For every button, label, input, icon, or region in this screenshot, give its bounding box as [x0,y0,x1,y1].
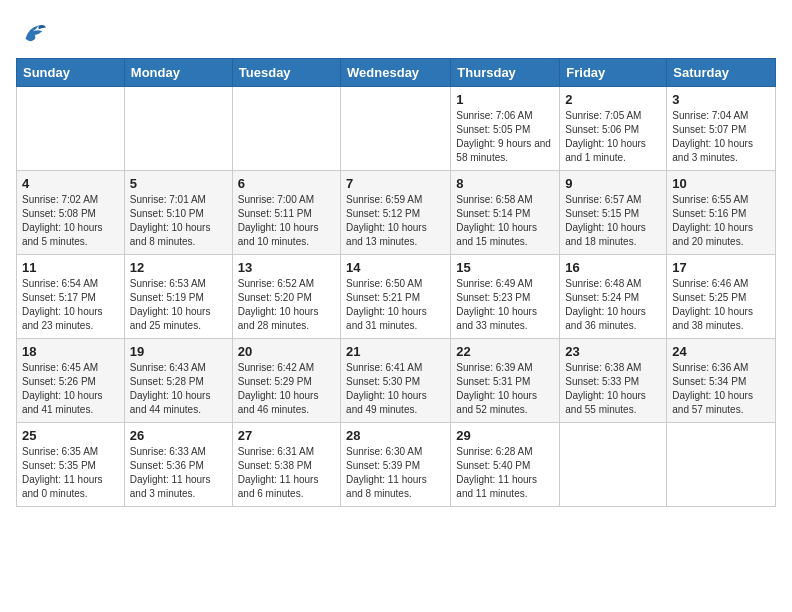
calendar-cell: 21Sunrise: 6:41 AM Sunset: 5:30 PM Dayli… [341,339,451,423]
day-number: 2 [565,92,661,107]
day-info: Sunrise: 7:01 AM Sunset: 5:10 PM Dayligh… [130,193,227,249]
day-info: Sunrise: 6:59 AM Sunset: 5:12 PM Dayligh… [346,193,445,249]
header-sunday: Sunday [17,59,125,87]
day-info: Sunrise: 6:39 AM Sunset: 5:31 PM Dayligh… [456,361,554,417]
day-number: 11 [22,260,119,275]
day-number: 18 [22,344,119,359]
calendar-cell: 23Sunrise: 6:38 AM Sunset: 5:33 PM Dayli… [560,339,667,423]
calendar-cell: 17Sunrise: 6:46 AM Sunset: 5:25 PM Dayli… [667,255,776,339]
calendar-cell: 10Sunrise: 6:55 AM Sunset: 5:16 PM Dayli… [667,171,776,255]
day-number: 12 [130,260,227,275]
day-info: Sunrise: 7:04 AM Sunset: 5:07 PM Dayligh… [672,109,770,165]
day-info: Sunrise: 6:53 AM Sunset: 5:19 PM Dayligh… [130,277,227,333]
calendar-cell: 6Sunrise: 7:00 AM Sunset: 5:11 PM Daylig… [232,171,340,255]
header-wednesday: Wednesday [341,59,451,87]
calendar-cell: 11Sunrise: 6:54 AM Sunset: 5:17 PM Dayli… [17,255,125,339]
calendar-header-row: SundayMondayTuesdayWednesdayThursdayFrid… [17,59,776,87]
calendar-cell: 27Sunrise: 6:31 AM Sunset: 5:38 PM Dayli… [232,423,340,507]
logo-bird-icon [18,20,46,48]
day-info: Sunrise: 6:57 AM Sunset: 5:15 PM Dayligh… [565,193,661,249]
day-info: Sunrise: 6:48 AM Sunset: 5:24 PM Dayligh… [565,277,661,333]
day-info: Sunrise: 7:00 AM Sunset: 5:11 PM Dayligh… [238,193,335,249]
day-number: 6 [238,176,335,191]
calendar-cell: 9Sunrise: 6:57 AM Sunset: 5:15 PM Daylig… [560,171,667,255]
day-info: Sunrise: 6:38 AM Sunset: 5:33 PM Dayligh… [565,361,661,417]
calendar-cell: 18Sunrise: 6:45 AM Sunset: 5:26 PM Dayli… [17,339,125,423]
day-number: 23 [565,344,661,359]
day-number: 19 [130,344,227,359]
calendar-cell: 29Sunrise: 6:28 AM Sunset: 5:40 PM Dayli… [451,423,560,507]
day-number: 25 [22,428,119,443]
calendar-cell: 8Sunrise: 6:58 AM Sunset: 5:14 PM Daylig… [451,171,560,255]
calendar-cell [667,423,776,507]
header-tuesday: Tuesday [232,59,340,87]
calendar-cell [124,87,232,171]
day-info: Sunrise: 6:46 AM Sunset: 5:25 PM Dayligh… [672,277,770,333]
calendar-week-4: 18Sunrise: 6:45 AM Sunset: 5:26 PM Dayli… [17,339,776,423]
day-number: 13 [238,260,335,275]
day-number: 9 [565,176,661,191]
day-number: 5 [130,176,227,191]
calendar-cell: 25Sunrise: 6:35 AM Sunset: 5:35 PM Dayli… [17,423,125,507]
calendar-cell: 19Sunrise: 6:43 AM Sunset: 5:28 PM Dayli… [124,339,232,423]
day-number: 27 [238,428,335,443]
day-info: Sunrise: 6:30 AM Sunset: 5:39 PM Dayligh… [346,445,445,501]
calendar-cell: 13Sunrise: 6:52 AM Sunset: 5:20 PM Dayli… [232,255,340,339]
day-number: 14 [346,260,445,275]
day-number: 21 [346,344,445,359]
day-info: Sunrise: 6:50 AM Sunset: 5:21 PM Dayligh… [346,277,445,333]
calendar-week-3: 11Sunrise: 6:54 AM Sunset: 5:17 PM Dayli… [17,255,776,339]
day-number: 16 [565,260,661,275]
day-number: 29 [456,428,554,443]
calendar-cell: 16Sunrise: 6:48 AM Sunset: 5:24 PM Dayli… [560,255,667,339]
calendar-cell [232,87,340,171]
calendar-cell: 15Sunrise: 6:49 AM Sunset: 5:23 PM Dayli… [451,255,560,339]
day-number: 28 [346,428,445,443]
day-number: 17 [672,260,770,275]
day-info: Sunrise: 7:06 AM Sunset: 5:05 PM Dayligh… [456,109,554,165]
calendar-cell: 4Sunrise: 7:02 AM Sunset: 5:08 PM Daylig… [17,171,125,255]
day-info: Sunrise: 7:05 AM Sunset: 5:06 PM Dayligh… [565,109,661,165]
header-monday: Monday [124,59,232,87]
calendar-cell [341,87,451,171]
calendar-cell: 24Sunrise: 6:36 AM Sunset: 5:34 PM Dayli… [667,339,776,423]
page-header [16,16,776,48]
day-info: Sunrise: 6:42 AM Sunset: 5:29 PM Dayligh… [238,361,335,417]
day-info: Sunrise: 6:58 AM Sunset: 5:14 PM Dayligh… [456,193,554,249]
calendar-cell: 14Sunrise: 6:50 AM Sunset: 5:21 PM Dayli… [341,255,451,339]
calendar-cell [17,87,125,171]
day-number: 1 [456,92,554,107]
header-friday: Friday [560,59,667,87]
day-info: Sunrise: 6:35 AM Sunset: 5:35 PM Dayligh… [22,445,119,501]
day-number: 4 [22,176,119,191]
day-number: 24 [672,344,770,359]
day-number: 8 [456,176,554,191]
day-info: Sunrise: 6:36 AM Sunset: 5:34 PM Dayligh… [672,361,770,417]
day-info: Sunrise: 6:45 AM Sunset: 5:26 PM Dayligh… [22,361,119,417]
calendar-cell: 22Sunrise: 6:39 AM Sunset: 5:31 PM Dayli… [451,339,560,423]
day-info: Sunrise: 6:41 AM Sunset: 5:30 PM Dayligh… [346,361,445,417]
calendar-week-5: 25Sunrise: 6:35 AM Sunset: 5:35 PM Dayli… [17,423,776,507]
calendar-week-2: 4Sunrise: 7:02 AM Sunset: 5:08 PM Daylig… [17,171,776,255]
day-info: Sunrise: 6:43 AM Sunset: 5:28 PM Dayligh… [130,361,227,417]
day-number: 15 [456,260,554,275]
calendar-cell [560,423,667,507]
day-number: 20 [238,344,335,359]
calendar-cell: 2Sunrise: 7:05 AM Sunset: 5:06 PM Daylig… [560,87,667,171]
header-thursday: Thursday [451,59,560,87]
day-info: Sunrise: 7:02 AM Sunset: 5:08 PM Dayligh… [22,193,119,249]
calendar-cell: 12Sunrise: 6:53 AM Sunset: 5:19 PM Dayli… [124,255,232,339]
calendar-table: SundayMondayTuesdayWednesdayThursdayFrid… [16,58,776,507]
calendar-cell: 3Sunrise: 7:04 AM Sunset: 5:07 PM Daylig… [667,87,776,171]
day-info: Sunrise: 6:55 AM Sunset: 5:16 PM Dayligh… [672,193,770,249]
day-number: 3 [672,92,770,107]
day-number: 7 [346,176,445,191]
calendar-cell: 7Sunrise: 6:59 AM Sunset: 5:12 PM Daylig… [341,171,451,255]
calendar-cell: 26Sunrise: 6:33 AM Sunset: 5:36 PM Dayli… [124,423,232,507]
day-info: Sunrise: 6:31 AM Sunset: 5:38 PM Dayligh… [238,445,335,501]
calendar-cell: 5Sunrise: 7:01 AM Sunset: 5:10 PM Daylig… [124,171,232,255]
day-info: Sunrise: 6:33 AM Sunset: 5:36 PM Dayligh… [130,445,227,501]
day-info: Sunrise: 6:54 AM Sunset: 5:17 PM Dayligh… [22,277,119,333]
day-info: Sunrise: 6:52 AM Sunset: 5:20 PM Dayligh… [238,277,335,333]
calendar-cell: 28Sunrise: 6:30 AM Sunset: 5:39 PM Dayli… [341,423,451,507]
